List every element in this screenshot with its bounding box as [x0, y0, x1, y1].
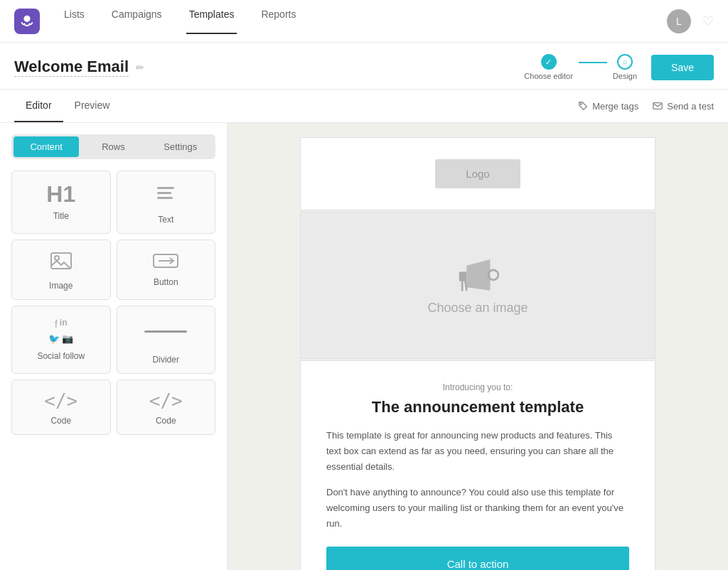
code2-icon: </>	[149, 392, 183, 410]
divider-icon	[144, 318, 187, 349]
main-layout: Content Rows Settings H1 Title Text	[0, 123, 728, 570]
step2-circle: ○	[617, 54, 633, 70]
page-header: Welcome Email ✏ ✓ Choose editor ○ Design…	[0, 43, 728, 90]
component-social[interactable]: f in 🐦 📷 Social follow	[11, 306, 111, 374]
component-title[interactable]: H1 Title	[11, 171, 111, 234]
component-code-1[interactable]: </> Code	[11, 380, 111, 435]
cta-button[interactable]: Call to action	[326, 547, 629, 570]
save-button[interactable]: Save	[651, 55, 714, 80]
image-placeholder-text: Choose an image	[427, 301, 528, 316]
nav-right: L ♡	[667, 9, 714, 33]
user-avatar[interactable]: L	[667, 9, 691, 33]
app-logo[interactable]	[14, 9, 40, 34]
megaphone-icon	[453, 255, 503, 301]
component-image[interactable]: Image	[11, 240, 111, 300]
email-body2: Don't have anything to announce? You cou…	[326, 485, 629, 532]
favorites-icon[interactable]: ♡	[702, 14, 714, 29]
email-intro: Introducing you to:	[326, 382, 629, 392]
component-button[interactable]: Button	[117, 240, 216, 300]
email-content-section: Introducing you to: The announcement tem…	[300, 360, 655, 570]
code1-icon: </>	[44, 392, 77, 410]
wizard-step-1: ✓ Choose editor	[524, 54, 573, 80]
panel-tab-settings[interactable]: Settings	[148, 136, 213, 157]
email-headline: The announcement template	[326, 398, 629, 416]
merge-tags-action[interactable]: Merge tags	[578, 101, 638, 112]
send-test-label: Send a test	[667, 101, 714, 112]
panel-tab-rows[interactable]: Rows	[80, 136, 146, 157]
nav-links: Lists Campaigns Templates Reports	[61, 9, 667, 34]
step2-label: Design	[613, 72, 637, 80]
component-code-2[interactable]: </> Code	[117, 380, 216, 435]
image-icon	[50, 252, 73, 275]
svg-rect-5	[157, 197, 173, 199]
panel-tabs: Content Rows Settings	[11, 134, 215, 159]
svg-point-0	[23, 15, 30, 21]
nav-campaigns[interactable]: Campaigns	[109, 9, 165, 34]
email-image-section[interactable]: Choose an image	[300, 212, 655, 359]
email-preview-area: Logo Choose an image Introducing yo	[228, 123, 728, 570]
component-text-label: Text	[158, 215, 173, 225]
social-icon: f in 🐦 📷	[48, 318, 73, 345]
nav-templates[interactable]: Templates	[186, 9, 237, 34]
svg-rect-2	[653, 103, 662, 109]
wizard-steps: ✓ Choose editor ○ Design	[524, 54, 637, 80]
svg-point-1	[581, 104, 582, 105]
top-nav: Lists Campaigns Templates Reports L ♡	[0, 0, 728, 43]
envelope-icon	[653, 101, 663, 111]
component-divider[interactable]: Divider	[117, 306, 216, 374]
step1-label: Choose editor	[524, 72, 573, 80]
tag-icon	[578, 101, 588, 111]
component-image-label: Image	[49, 281, 73, 291]
step1-circle: ✓	[541, 54, 557, 70]
title-left: Welcome Email ✏	[14, 58, 144, 77]
component-social-label: Social follow	[37, 351, 85, 361]
sub-nav-tabs: Editor Preview	[14, 90, 121, 122]
wizard-step-2: ○ Design	[613, 54, 637, 80]
components-grid: H1 Title Text	[11, 171, 215, 435]
logo-placeholder: Logo	[435, 159, 520, 188]
svg-point-7	[55, 256, 59, 260]
component-divider-label: Divider	[153, 355, 179, 365]
text-icon	[154, 183, 177, 209]
svg-rect-4	[157, 192, 171, 194]
tab-preview[interactable]: Preview	[63, 90, 122, 122]
component-code2-label: Code	[156, 416, 176, 426]
sub-nav: Editor Preview Merge tags Send a test	[0, 90, 728, 123]
sub-nav-actions: Merge tags Send a test	[578, 101, 714, 112]
send-test-action[interactable]: Send a test	[653, 101, 714, 112]
wizard-connector	[579, 62, 607, 63]
merge-tags-label: Merge tags	[592, 101, 638, 112]
component-text[interactable]: Text	[117, 171, 216, 234]
page-title: Welcome Email	[14, 58, 129, 77]
component-code1-label: Code	[50, 416, 71, 426]
page-title-row: Welcome Email ✏ ✓ Choose editor ○ Design…	[14, 54, 714, 80]
nav-reports[interactable]: Reports	[258, 9, 299, 34]
svg-rect-3	[157, 187, 174, 189]
email-logo-section[interactable]: Logo	[300, 137, 655, 210]
tab-editor[interactable]: Editor	[14, 90, 63, 122]
svg-line-12	[466, 281, 467, 290]
left-panel: Content Rows Settings H1 Title Text	[0, 123, 228, 570]
email-canvas: Logo Choose an image Introducing yo	[300, 137, 655, 565]
nav-lists[interactable]: Lists	[61, 9, 87, 34]
edit-title-icon[interactable]: ✏	[136, 62, 144, 73]
panel-tab-content[interactable]: Content	[14, 136, 79, 157]
component-button-label: Button	[154, 277, 178, 287]
button-icon	[153, 252, 178, 271]
email-body1: This template is great for announcing ne…	[326, 428, 629, 475]
component-title-label: Title	[53, 211, 69, 221]
h1-icon: H1	[46, 183, 75, 205]
title-right: ✓ Choose editor ○ Design Save	[524, 54, 714, 80]
